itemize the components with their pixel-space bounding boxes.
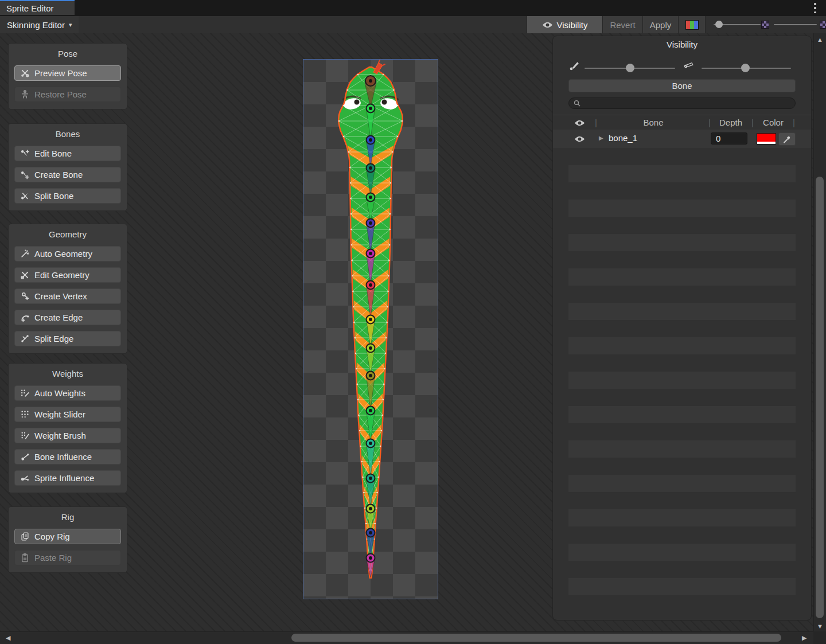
column-bone: Bone [599,115,708,130]
scroll-right-icon[interactable]: ▶ [802,635,806,641]
split-bone-button[interactable]: Split Bone [14,188,121,204]
dots-grid-icon [20,409,30,419]
tab-label: Sprite Editor [6,3,54,13]
mode-label: Skinning Editor [7,20,65,30]
toolbar-button-cluster: Visibility Revert Apply [527,16,706,33]
auto-geometry-button[interactable]: Auto Geometry [14,246,121,261]
visibility-toggle-button[interactable]: Visibility [527,16,602,33]
mesh-opacity-icon [684,61,695,71]
apply-button[interactable]: Apply [642,16,678,33]
bone-opacity-icon [569,61,580,71]
panel-bones: BonesEdit BoneCreate BoneSplit Bone [8,123,127,211]
visibility-column-eye-icon [574,118,585,128]
sprite-influence-icon [20,473,30,483]
checker-swatch-icon-1[interactable] [761,21,769,29]
panel-pose: PosePreview PoseRestore Pose [8,43,127,110]
bone-visibility-eye-icon[interactable] [574,134,585,144]
person-icon [20,89,30,99]
eye-icon [542,20,553,30]
wand-icon [20,249,30,259]
auto-weights-button[interactable]: Auto Weights [14,385,121,401]
panel-title: Rig [14,512,121,522]
bone-list-empty-rows [568,165,796,606]
vertical-scroll-thumb[interactable] [816,177,824,618]
eyedropper-icon [783,135,791,143]
checker-swatch-icon-2[interactable] [820,21,826,29]
visibility-sliders [553,59,811,77]
chevron-down-icon: ▾ [69,21,72,29]
split-edge-button[interactable]: Split Edge [14,331,121,346]
kebab-menu-icon[interactable] [811,3,819,13]
opacity-slider-track-2[interactable] [774,24,817,25]
pose-icon [20,68,30,78]
vertex-add-icon [20,291,30,301]
window-titlebar: Sprite Editor [0,0,826,16]
edit-bone-button[interactable]: Edit Bone [14,146,121,161]
scroll-left-icon[interactable]: ◀ [6,635,10,641]
skinning-toolbar: Skinning Editor ▾ Visibility Revert Appl… [0,16,826,34]
sprite-canvas[interactable] [303,59,438,599]
dots-brush-icon [20,431,30,440]
depth-input[interactable] [711,132,747,145]
visibility-panel: Visibility Bone | Bone | Depth | Color | [552,36,812,620]
paste-icon [20,553,30,563]
panel-geometry: GeometryAuto GeometryEdit GeometryCreate… [8,224,127,354]
weight-brush-button[interactable]: Weight Brush [14,428,121,443]
tab-bone[interactable]: Bone [568,79,796,92]
restore-pose-button[interactable]: Restore Pose [14,87,121,102]
panel-rig: RigCopy RigPaste Rig [8,506,127,573]
horizontal-scroll-thumb[interactable] [291,634,781,642]
tools-icon [20,270,30,280]
search-input[interactable] [584,99,790,108]
create-bone-button[interactable]: Create Bone [14,167,121,182]
table-row-bone-1[interactable]: ▶ bone_1 [553,130,811,149]
column-color: Color [755,115,791,130]
column-depth: Depth [712,115,749,130]
mesh-opacity-knob[interactable] [741,64,750,72]
preview-pose-button[interactable]: Preview Pose [14,65,121,81]
opacity-slider-knob-1[interactable] [715,21,723,28]
edge-add-icon [20,313,30,322]
create-vertex-button[interactable]: Create Vertex [14,288,121,304]
bone-edit-icon [20,149,30,158]
sprite-editor-window: Sprite Editor Skinning Editor ▾ Visibili… [0,0,826,644]
snake-sprite [303,60,438,599]
tab-sprite-editor[interactable]: Sprite Editor [0,0,75,15]
panel-weights: WeightsAuto WeightsWeight SliderWeight B… [8,363,127,493]
panel-title: Bones [14,129,121,139]
copy-rig-button[interactable]: Copy Rig [14,529,121,544]
scroll-up-icon[interactable]: ▲ [817,37,823,43]
sprite-color-cell [678,16,706,33]
bone-table-header: | Bone | Depth | Color | [553,115,811,130]
bone-color-swatch[interactable] [757,133,776,145]
horizontal-scrollbar[interactable]: ◀ ▶ [0,631,813,644]
paste-rig-button[interactable]: Paste Rig [14,550,121,565]
bone-influence-icon [20,452,30,462]
bone-opacity-knob[interactable] [626,64,634,72]
weight-slider-button[interactable]: Weight Slider [14,407,121,422]
revert-button[interactable]: Revert [602,16,642,33]
bone-split-icon [20,191,30,201]
rgb-swatch-icon[interactable] [685,20,699,30]
scroll-down-icon[interactable]: ▼ [817,623,823,630]
copy-icon [20,532,30,541]
scrollbar-corner [813,631,826,644]
bone-create-icon [20,170,30,179]
visibility-panel-title: Visibility [553,40,811,49]
edge-split-icon [20,334,30,344]
bone-influence-button[interactable]: Bone Influence [14,449,121,465]
panel-title: Weights [14,369,121,378]
eyedropper-button[interactable] [778,132,796,146]
disclosure-triangle-icon[interactable]: ▶ [599,135,603,141]
edit-geometry-button[interactable]: Edit Geometry [14,267,121,283]
bone-search-box [568,97,796,109]
dots-wand-icon [20,388,30,398]
skinning-editor-dropdown[interactable]: Skinning Editor ▾ [0,16,79,33]
panel-title: Geometry [14,229,121,239]
bone-name: bone_1 [609,133,637,143]
vertical-scrollbar[interactable]: ▲ ▼ [813,33,826,631]
panel-title: Pose [14,49,121,58]
search-icon [574,100,580,107]
create-edge-button[interactable]: Create Edge [14,310,121,325]
sprite-influence-button[interactable]: Sprite Influence [14,470,121,486]
